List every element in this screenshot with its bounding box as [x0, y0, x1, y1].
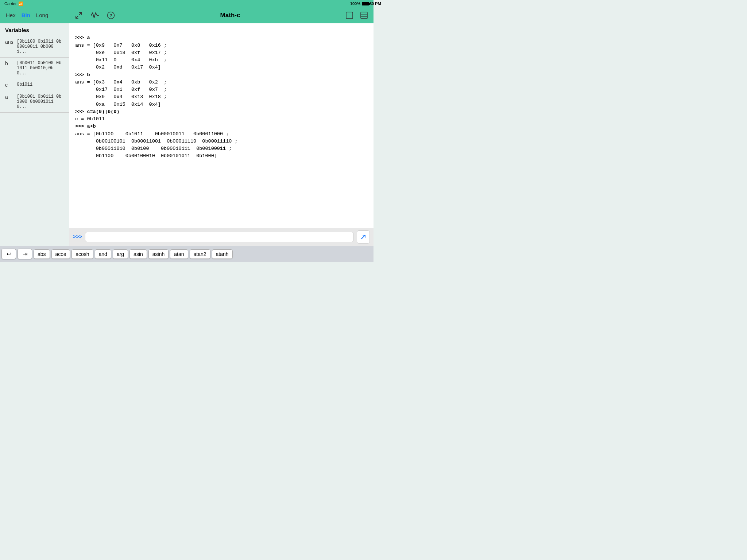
svg-line-8	[361, 235, 365, 239]
carrier-label: Carrier	[4, 1, 17, 6]
status-bar: Carrier 📶 7:50 PM 100%	[0, 0, 374, 7]
console-input-bar: >>>	[69, 228, 374, 246]
panel-icon[interactable]	[344, 10, 355, 20]
console-send-button[interactable]	[357, 230, 370, 244]
wave-icon[interactable]	[90, 10, 100, 20]
kb-acos-button[interactable]: acos	[51, 249, 70, 259]
toolbar-right-icons	[344, 10, 369, 20]
kb-asinh-button[interactable]: asinh	[148, 249, 169, 259]
svg-rect-4	[346, 12, 353, 19]
var-name-b: b	[5, 61, 14, 66]
svg-text:?: ?	[109, 13, 112, 18]
variable-row-b[interactable]: b [0b0011 0b0100 0b1011 0b0010;0b0...	[0, 58, 69, 79]
kb-atanh-button[interactable]: atanh	[212, 249, 233, 259]
var-value-ans: [0b1100 0b1011 0b00010011 0b0001...	[17, 39, 64, 54]
var-name-ans: ans	[5, 39, 14, 45]
redo-button[interactable]: ⇥	[18, 249, 32, 259]
toolbar-title: Math-c	[122, 12, 338, 19]
variable-row-c[interactable]: c 0b1011	[0, 79, 69, 91]
kb-abs-button[interactable]: abs	[34, 249, 50, 259]
format-long-button[interactable]: Long	[35, 11, 50, 19]
kb-arg-button[interactable]: arg	[113, 249, 128, 259]
var-name-a: a	[5, 94, 14, 100]
resize-icon[interactable]	[74, 10, 84, 20]
variables-header: Variables	[0, 23, 69, 36]
status-right: 100%	[350, 1, 369, 6]
var-name-c: c	[5, 82, 14, 88]
variable-row-a[interactable]: a [0b1001 0b0111 0b1000 0b00010110...	[0, 91, 69, 113]
format-bin-button[interactable]: Bin	[20, 11, 32, 19]
kb-acosh-button[interactable]: acosh	[71, 249, 93, 259]
console-input[interactable]	[85, 232, 354, 242]
var-value-b: [0b0011 0b0100 0b1011 0b0010;0b0...	[17, 61, 64, 76]
var-value-a: [0b1001 0b0111 0b1000 0b00010110...	[17, 94, 64, 109]
toolbar-right: ? Math-c	[69, 10, 374, 20]
kb-atan-button[interactable]: atan	[170, 249, 188, 259]
variable-row-ans[interactable]: ans [0b1100 0b1011 0b00010011 0b0001...	[0, 36, 69, 58]
right-panel: >>> a ans = [0x9 0x7 0x8 0x16 ; 0xe 0x18…	[69, 23, 374, 246]
help-icon[interactable]: ?	[106, 10, 116, 20]
console-output[interactable]: >>> a ans = [0x9 0x7 0x8 0x16 ; 0xe 0x18…	[69, 23, 374, 228]
keyboard-bar: ↩ ⇥ abs acos acosh and arg asin asinh at…	[0, 246, 374, 262]
kb-and-button[interactable]: and	[95, 249, 111, 259]
main-layout: Variables ans [0b1100 0b1011 0b00010011 …	[0, 23, 374, 246]
battery-percent: 100%	[350, 1, 360, 6]
var-value-c: 0b1011	[17, 82, 64, 87]
left-panel: Variables ans [0b1100 0b1011 0b00010011 …	[0, 23, 69, 246]
format-hex-button[interactable]: Hex	[4, 11, 17, 19]
undo-button[interactable]: ↩	[1, 249, 16, 259]
kb-atan2-button[interactable]: atan2	[190, 249, 210, 259]
status-left: Carrier 📶	[4, 1, 23, 6]
menu-icon[interactable]	[359, 10, 369, 20]
kb-asin-button[interactable]: asin	[129, 249, 147, 259]
wifi-icon: 📶	[18, 1, 23, 6]
console-prompt: >>>	[73, 234, 82, 240]
toolbar: Hex Bin Long ? Math-c	[0, 7, 374, 23]
svg-rect-5	[361, 12, 367, 19]
battery-icon	[362, 2, 369, 5]
toolbar-left: Hex Bin Long	[0, 11, 69, 19]
